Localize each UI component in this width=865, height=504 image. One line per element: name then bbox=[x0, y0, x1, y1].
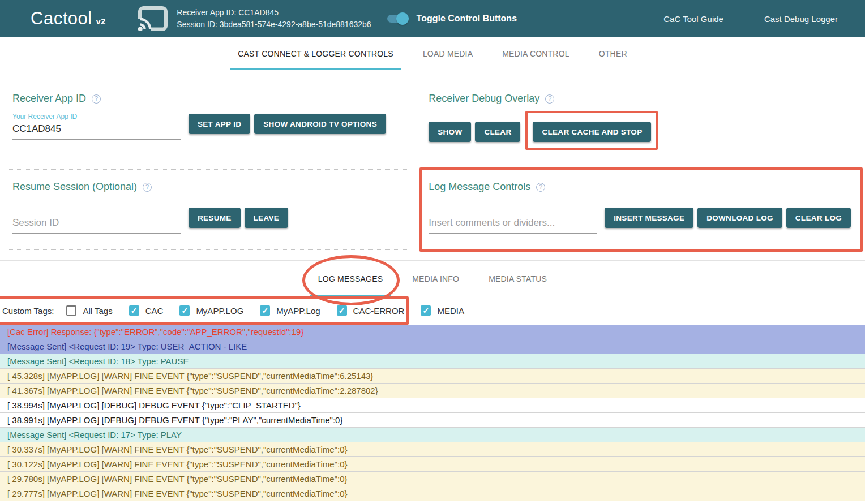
help-icon[interactable]: ? bbox=[92, 94, 101, 104]
custom-tags-label: Custom Tags: bbox=[2, 306, 54, 316]
insert-message-button[interactable]: INSERT MESSAGE bbox=[605, 208, 693, 228]
log-tabbar: LOG MESSAGES MEDIA INFO MEDIA STATUS bbox=[0, 261, 865, 296]
log-row-warn: [ 30.122s] [MyAPP.LOG] [WARN] FINE EVENT… bbox=[0, 457, 865, 472]
toggle-label: Toggle Control Buttons bbox=[417, 14, 517, 24]
unchecked-checkbox-icon[interactable] bbox=[66, 305, 76, 316]
checked-checkbox-icon[interactable] bbox=[179, 305, 190, 316]
set-app-id-button[interactable]: SET APP ID bbox=[189, 114, 250, 134]
resume-button[interactable]: RESUME bbox=[189, 208, 241, 228]
tab-media-info[interactable]: MEDIA INFO bbox=[404, 261, 467, 296]
tag-checkbox-cac[interactable]: CAC bbox=[129, 305, 164, 316]
tag-label: MyAPP.LOG bbox=[196, 306, 243, 316]
custom-tags-list: All TagsCACMyAPP.LOGMyAPP.LogCAC-ERRORME… bbox=[66, 305, 481, 316]
app-id-input[interactable] bbox=[12, 122, 181, 140]
log-row-sent: [Message Sent] <Request ID: 17> Type: PL… bbox=[0, 428, 865, 442]
session-id-text: Session ID: 3bdea581-574e-4292-a8be-51de… bbox=[177, 19, 371, 31]
clear-overlay-button[interactable]: CLEAR bbox=[475, 122, 520, 142]
log-row-warn: [ 29.780s] [MyAPP.LOG] [WARN] FINE EVENT… bbox=[0, 472, 865, 486]
cast-icon bbox=[138, 6, 168, 31]
leave-button[interactable]: LEAVE bbox=[245, 208, 289, 228]
help-icon[interactable]: ? bbox=[536, 183, 545, 192]
log-row-sent: [Message Sent] <Request ID: 18> Type: PA… bbox=[0, 354, 865, 369]
checked-checkbox-icon[interactable] bbox=[260, 305, 270, 316]
clear-cache-and-stop-button[interactable]: CLEAR CACHE AND STOP bbox=[533, 122, 651, 142]
panel-title: Resume Session (Optional) bbox=[12, 181, 137, 193]
log-row-warn: [ 30.337s] [MyAPP.LOG] [WARN] FINE EVENT… bbox=[0, 442, 865, 457]
panel-title: Receiver App ID bbox=[12, 93, 86, 105]
tab-media-control[interactable]: MEDIA CONTROL bbox=[494, 37, 577, 70]
checked-checkbox-icon[interactable] bbox=[421, 305, 431, 316]
app-logo: Cactool v2 bbox=[31, 8, 105, 29]
log-row-sent-action: [Message Sent] <Request ID: 19> Type: US… bbox=[0, 339, 865, 354]
help-icon[interactable]: ? bbox=[545, 94, 554, 104]
tag-label: MyAPP.Log bbox=[276, 306, 320, 316]
log-row-debug: [ 38.991s] [MyAPP.LOG] [DEBUG] DEBUG EVE… bbox=[0, 413, 865, 428]
tag-label: MEDIA bbox=[437, 306, 464, 316]
receiver-debug-overlay-panel: Receiver Debug Overlay ? SHOW CLEAR CLEA… bbox=[421, 81, 860, 158]
log-list: [Cac Error] Response: {"type":"ERROR","c… bbox=[0, 325, 865, 501]
checked-checkbox-icon[interactable] bbox=[337, 305, 347, 316]
tab-label: MEDIA STATUS bbox=[489, 274, 547, 283]
app-version: v2 bbox=[96, 16, 106, 26]
toggle-thumb bbox=[396, 12, 409, 25]
main-tabbar: CAST CONNECT & LOGGER CONTROLS LOAD MEDI… bbox=[0, 37, 865, 70]
tab-label: OTHER bbox=[599, 49, 627, 58]
tag-checkbox-myapp-log[interactable]: MyAPP.Log bbox=[260, 305, 320, 316]
tag-label: CAC-ERROR bbox=[353, 306, 405, 316]
show-android-tv-options-button[interactable]: SHOW ANDROID TV OPTIONS bbox=[254, 114, 386, 134]
log-comment-input[interactable] bbox=[429, 216, 597, 234]
log-row-warn: [ 45.328s] [MyAPP.LOG] [WARN] FINE EVENT… bbox=[0, 369, 865, 384]
session-info: Receiver App ID: CC1AD845 Session ID: 3b… bbox=[177, 7, 371, 31]
show-overlay-button[interactable]: SHOW bbox=[429, 122, 471, 142]
receiver-app-id-panel: Receiver App ID ? Your Receiver App ID S… bbox=[5, 81, 410, 158]
resume-session-panel: Resume Session (Optional) ? RESUME LEAVE bbox=[5, 169, 410, 250]
tab-load-media[interactable]: LOAD MEDIA bbox=[415, 37, 481, 70]
receiver-app-id-text: Receiver App ID: CC1AD845 bbox=[177, 7, 371, 19]
tag-checkbox-cac-error[interactable]: CAC-ERROR bbox=[337, 305, 405, 316]
log-row-debug: [ 38.994s] [MyAPP.LOG] [DEBUG] DEBUG EVE… bbox=[0, 398, 865, 413]
tab-log-messages[interactable]: LOG MESSAGES bbox=[310, 261, 391, 296]
log-row-error: [Cac Error] Response: {"type":"ERROR","c… bbox=[0, 325, 865, 339]
active-tab-underline bbox=[230, 68, 401, 70]
log-row-warn: [ 41.367s] [MyAPP.LOG] [WARN] FINE EVENT… bbox=[0, 384, 865, 398]
tag-checkbox-media[interactable]: MEDIA bbox=[421, 305, 464, 316]
tab-label: CAST CONNECT & LOGGER CONTROLS bbox=[238, 49, 393, 58]
nav-cast-debug-logger[interactable]: Cast Debug Logger bbox=[764, 14, 838, 24]
session-id-input[interactable] bbox=[12, 216, 181, 234]
tag-label: CAC bbox=[145, 306, 164, 316]
header-nav: CaC Tool Guide Cast Debug Logger bbox=[663, 14, 848, 24]
app-id-input-label: Your Receiver App ID bbox=[12, 113, 181, 120]
log-row-warn: [ 29.777s] [MyAPP.LOG] [WARN] FINE EVENT… bbox=[0, 486, 865, 501]
download-log-button[interactable]: DOWNLOAD LOG bbox=[697, 208, 782, 228]
tab-label: LOAD MEDIA bbox=[423, 49, 473, 58]
tab-label: MEDIA INFO bbox=[412, 274, 459, 283]
panel-title: Receiver Debug Overlay bbox=[429, 93, 539, 105]
tag-checkbox-all-tags[interactable]: All Tags bbox=[66, 305, 112, 316]
tab-label: LOG MESSAGES bbox=[318, 274, 383, 283]
control-buttons-toggle[interactable] bbox=[387, 12, 409, 25]
app-title: Cactool bbox=[31, 8, 92, 29]
tag-label: All Tags bbox=[83, 306, 112, 316]
tab-other[interactable]: OTHER bbox=[591, 37, 635, 70]
controls-section: Receiver App ID ? Your Receiver App ID S… bbox=[0, 70, 865, 260]
clear-log-button[interactable]: CLEAR LOG bbox=[786, 208, 851, 228]
tab-media-status[interactable]: MEDIA STATUS bbox=[481, 261, 555, 296]
app-header: Cactool v2 Receiver App ID: CC1AD845 Ses… bbox=[0, 0, 865, 37]
custom-tags-bar: Custom Tags: All TagsCACMyAPP.LOGMyAPP.L… bbox=[0, 296, 865, 325]
log-message-controls-panel: Log Message Controls ? INSERT MESSAGE DO… bbox=[421, 169, 860, 250]
nav-cac-tool-guide[interactable]: CaC Tool Guide bbox=[663, 14, 723, 24]
checked-checkbox-icon[interactable] bbox=[129, 305, 139, 316]
tag-checkbox-myapp-log[interactable]: MyAPP.LOG bbox=[179, 305, 243, 316]
panel-title: Log Message Controls bbox=[429, 181, 530, 193]
tab-cast-connect-logger-controls[interactable]: CAST CONNECT & LOGGER CONTROLS bbox=[230, 37, 401, 70]
help-icon[interactable]: ? bbox=[143, 183, 152, 192]
tab-label: MEDIA CONTROL bbox=[502, 49, 569, 58]
